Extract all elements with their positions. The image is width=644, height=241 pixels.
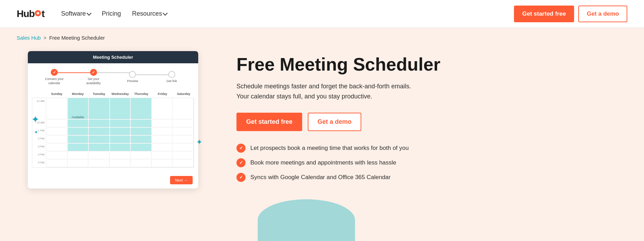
hero-description: Schedule meetings faster and forget the … [236, 81, 417, 102]
cal-day-wed: Wednesday [110, 91, 131, 97]
nav-item-software[interactable]: Software [57, 7, 95, 20]
cell-wed-11[interactable] [110, 98, 131, 119]
logo-text-hub: Hub [17, 8, 34, 19]
calendar-body: 11 AM Available 12 AM [32, 98, 194, 168]
hero-get-started-button[interactable]: Get started free [236, 113, 302, 131]
time-2pm: 2 PM [32, 136, 46, 143]
cell-sat-11[interactable] [173, 98, 194, 119]
feature-item-3: ✓ Syncs with Google Calendar and Office … [236, 173, 616, 182]
navbar: Hubt Software Pricing Resources Get star… [0, 0, 644, 28]
feature-list: ✓ Let prospects book a meeting time that… [236, 144, 616, 182]
main-nav: Software Pricing Resources [57, 7, 171, 20]
cell-thu-11[interactable] [131, 98, 152, 119]
hero-title: Free Meeting Scheduler [236, 55, 616, 74]
logo-text-t: t [41, 8, 44, 19]
cal-day-tue: Tuesday [89, 91, 110, 97]
step-circle-2 [90, 69, 97, 76]
nav-pricing-label: Pricing [102, 10, 121, 17]
check-icon-1: ✓ [236, 144, 245, 153]
feature-text-2: Book more meetings and appointments with… [250, 159, 396, 166]
mockup-card: Meeting Scheduler Connect yourcalendar S… [28, 51, 198, 188]
feature-item-2: ✓ Book more meetings and appointments wi… [236, 158, 616, 167]
mockup-steps: Connect yourcalendar Set youravailabilit… [28, 63, 198, 88]
check-icon-3: ✓ [236, 173, 245, 182]
mockup-wrapper: ✦✦ Meeting Scheduler Connect yourcalenda… [28, 51, 209, 188]
mockup-header: Meeting Scheduler [28, 51, 198, 63]
nav-software-label: Software [61, 10, 86, 17]
cell-sun-11[interactable] [47, 98, 67, 119]
time-4pm: 4 PM [32, 152, 46, 159]
hero-get-demo-button[interactable]: Get a demo [308, 113, 361, 131]
breadcrumb-separator: > [43, 35, 46, 41]
get-started-free-button[interactable]: Get started free [514, 6, 574, 22]
sparkle-br-icon: ✦ [196, 138, 202, 147]
feature-item-1: ✓ Let prospects book a meeting time that… [236, 144, 616, 153]
step-4: Get link [152, 71, 192, 83]
step-label-3: Preview [127, 79, 138, 83]
hero-right: Free Meeting Scheduler Schedule meetings… [236, 51, 616, 182]
step-label-4: Get link [166, 79, 177, 83]
cal-day-mon: Monday [67, 91, 88, 97]
get-a-demo-button[interactable]: Get a demo [578, 6, 627, 22]
available-label: Available [68, 98, 88, 119]
hero-section: ✦✦ Meeting Scheduler Connect yourcalenda… [0, 44, 644, 202]
step-label-1: Connect yourcalendar [45, 77, 64, 85]
step-circle-1 [51, 69, 58, 76]
sparkle-tl-icon: ✦✦ [31, 114, 39, 136]
mockup-calendar: Sunday Monday Tuesday Wednesday Thursday… [28, 88, 198, 173]
calendar-header: Sunday Monday Tuesday Wednesday Thursday… [32, 91, 194, 97]
cell-mon-11[interactable]: Available [68, 98, 89, 119]
breadcrumb-current: Free Meeting Scheduler [49, 35, 105, 41]
step-circle-3 [129, 71, 136, 78]
main-content: Sales Hub > Free Meeting Scheduler ✦✦ Me… [0, 28, 644, 241]
bottom-decoration [258, 199, 355, 241]
navbar-right: Get started free Get a demo [514, 6, 627, 22]
hubspot-logo[interactable]: Hubt [17, 8, 45, 19]
hero-buttons: Get started free Get a demo [236, 113, 616, 131]
check-icon-2: ✓ [236, 158, 245, 167]
cal-day-fri: Friday [152, 91, 173, 97]
step-circle-4 [168, 71, 175, 78]
time-5pm: 5 PM [32, 160, 46, 167]
breadcrumb-parent-link[interactable]: Sales Hub [17, 35, 41, 41]
chevron-down-icon [163, 11, 168, 16]
nav-item-pricing[interactable]: Pricing [98, 7, 125, 20]
step-1: Connect yourcalendar [35, 69, 74, 85]
nav-item-resources[interactable]: Resources [128, 7, 171, 20]
step-label-2: Set youravailability [86, 77, 101, 85]
nav-resources-label: Resources [132, 10, 162, 17]
feature-text-3: Syncs with Google Calendar and Office 36… [250, 174, 391, 181]
cal-day-thu: Thursday [131, 91, 152, 97]
step-2: Set youravailability [74, 69, 113, 85]
cal-day-sun: Sunday [46, 91, 67, 97]
breadcrumb: Sales Hub > Free Meeting Scheduler [0, 28, 644, 44]
mockup-next-button[interactable]: Next → [170, 176, 193, 184]
time-3pm: 3 PM [32, 144, 46, 151]
logo-spot-icon [35, 10, 41, 16]
navbar-left: Hubt Software Pricing Resources [17, 7, 171, 20]
feature-text-1: Let prospects book a meeting time that w… [250, 145, 409, 152]
cell-fri-11[interactable] [152, 98, 173, 119]
chevron-down-icon [87, 11, 91, 16]
mockup-footer: Next → [28, 173, 198, 188]
cell-tue-11[interactable] [89, 98, 110, 119]
cal-day-sat: Saturday [173, 91, 194, 97]
